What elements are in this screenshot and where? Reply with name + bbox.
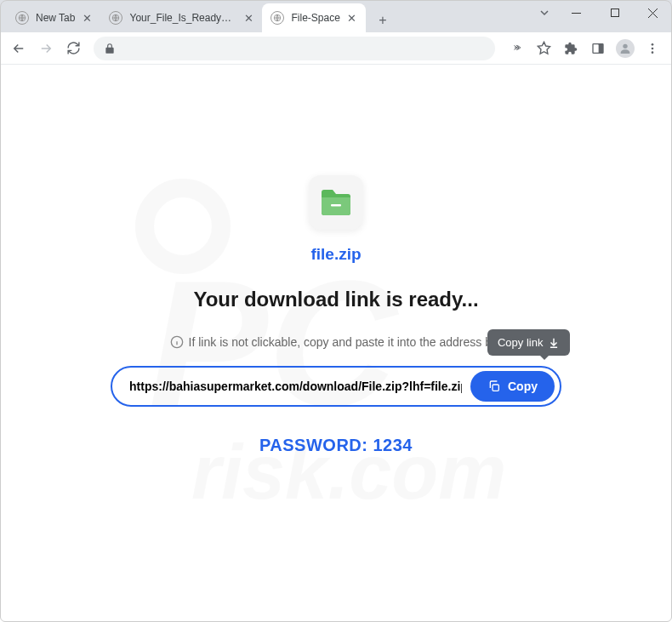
minimize-button[interactable] [557,0,595,26]
folder-icon [319,187,353,218]
globe-icon [15,11,29,25]
browser-tabbar: New Tab ✕ Your_File_Is_Ready_To_Downl ✕ … [0,0,672,32]
svg-point-9 [652,51,654,54]
extensions-icon[interactable] [558,36,584,61]
copy-button-label: Copy [508,379,538,393]
svg-point-8 [652,47,654,49]
svg-point-6 [623,43,627,48]
new-tab-button[interactable]: + [371,9,395,32]
browser-tab-0[interactable]: New Tab ✕ [7,3,100,32]
avatar-icon [616,39,635,58]
svg-rect-5 [599,43,603,53]
filename-label: file.zip [310,245,361,264]
maximize-button[interactable] [595,0,634,26]
tab-title: New Tab [36,12,75,24]
forward-button[interactable] [34,37,58,60]
close-icon[interactable]: ✕ [80,11,94,25]
chevron-down-icon[interactable] [532,0,557,26]
side-panel-icon[interactable] [585,36,611,61]
download-card: file.zip Your download link is ready... … [0,175,672,455]
svg-rect-13 [331,204,341,207]
lock-icon [104,43,116,54]
hint-text: If link is not clickable, copy and paste… [170,335,503,349]
browser-tab-2[interactable]: File-Space ✕ [262,3,365,32]
close-icon[interactable]: ✕ [345,11,359,25]
globe-icon [271,11,284,25]
profile-button[interactable] [612,36,638,61]
copy-tooltip: Copy link [487,329,570,356]
tooltip-label: Copy link [498,336,543,349]
address-bar[interactable] [94,37,495,60]
copy-button[interactable]: Copy [470,371,555,402]
svg-rect-3 [611,9,618,17]
browser-tab-1[interactable]: Your_File_Is_Ready_To_Downl ✕ [100,3,262,32]
password-label: PASSWORD: 1234 [259,436,413,455]
copy-icon [487,379,501,393]
svg-rect-15 [493,385,498,391]
svg-point-7 [652,43,654,46]
close-window-button[interactable] [634,0,672,26]
tab-title: Your_File_Is_Ready_To_Downl [129,12,236,24]
download-link-box: https://bahiasupermarket.com/download/Fi… [111,366,561,407]
download-url[interactable]: https://bahiasupermarket.com/download/Fi… [129,379,462,393]
browser-toolbar [0,32,672,65]
bookmark-icon[interactable] [531,36,556,61]
page-content: PC risk.com file.zip Your download link … [0,65,672,622]
close-icon[interactable]: ✕ [242,11,255,25]
heading: Your download link is ready... [193,288,478,311]
download-icon [548,337,560,349]
share-icon[interactable] [504,36,529,61]
tab-title: File-Space [291,12,339,24]
menu-button[interactable] [640,36,665,61]
window-controls [532,0,672,26]
reload-button[interactable] [61,37,85,60]
file-type-icon [309,175,363,230]
back-button[interactable] [7,37,31,60]
hint-label: If link is not clickable, copy and paste… [189,335,503,349]
info-icon [170,335,184,349]
globe-icon [109,11,122,25]
